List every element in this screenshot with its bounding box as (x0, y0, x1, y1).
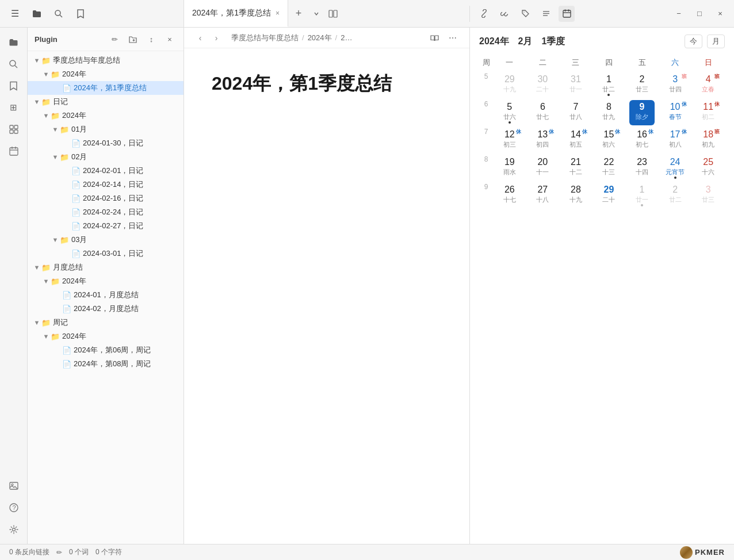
calendar-day[interactable]: 24元宵节 (659, 154, 692, 182)
tree-item-q1[interactable]: ▶ 📄 2024年，第1季度总结 (28, 81, 183, 95)
active-tab[interactable]: 2024年，第1季度总结 × (184, 0, 288, 27)
sort-button[interactable]: ↕ (144, 32, 158, 46)
more-options-button[interactable]: ⋯ (445, 30, 460, 45)
tab-close-button[interactable]: × (276, 9, 280, 17)
toggle-sidebar-button[interactable]: ☰ (7, 6, 23, 22)
calendar-day[interactable]: 31廿一 (559, 71, 592, 99)
calendar-day[interactable]: 30二十 (526, 71, 560, 99)
calendar-day[interactable]: 2廿二 (659, 182, 692, 209)
sidebar-item-grid[interactable] (4, 120, 24, 139)
calendar-day[interactable]: 班18初九 (691, 126, 725, 154)
breadcrumb-part1[interactable]: 季度总结与年度总结 (231, 33, 299, 43)
tree-item-d0201[interactable]: ▶ 📄 2024-02-01，日记 (28, 164, 183, 178)
calendar-day[interactable]: 22十三 (592, 154, 626, 182)
split-view-button[interactable] (324, 0, 342, 27)
sidebar-item-settings[interactable] (4, 520, 24, 539)
sidebar-item-help[interactable]: ? (4, 498, 24, 517)
sidebar-item-plugin[interactable]: ⊞ (4, 98, 24, 117)
tree-item-01m[interactable]: ▼ 📁 01月 (28, 122, 183, 136)
sidebar-item-folder[interactable] (4, 32, 24, 52)
forward-button[interactable]: › (209, 31, 223, 45)
tree-item-d0216[interactable]: ▶ 📄 2024-02-16，日记 (28, 191, 183, 205)
tab-dropdown-button[interactable] (309, 11, 324, 17)
calendar-day-today[interactable]: 9除夕 (625, 99, 659, 126)
tree-item-d0130[interactable]: ▶ 📄 2024-01-30，日记 (28, 136, 183, 150)
breadcrumb-part3[interactable]: 2… (341, 33, 352, 42)
calendar-today-button[interactable]: 今 (685, 34, 702, 48)
calendar-day[interactable]: 休17初八 (659, 126, 692, 154)
tree-item-diary[interactable]: ▼ 📁 日记 (28, 95, 183, 109)
tree-item-d0301[interactable]: ▶ 📄 2024-03-01，日记 (28, 247, 183, 260)
calendar-day[interactable]: 2廿三 (625, 71, 659, 99)
calendar-day[interactable]: 休10春节 (659, 99, 692, 126)
calendar-day[interactable]: 26十七 (493, 182, 526, 209)
calendar-day[interactable]: 29二十 (592, 182, 626, 209)
calendar-day[interactable]: 7廿八 (559, 99, 592, 126)
new-tab-button[interactable]: + (288, 0, 309, 27)
bookmark-button[interactable] (72, 6, 89, 22)
calendar-day[interactable]: 班3廿四 (659, 71, 692, 99)
folder-button[interactable] (29, 6, 45, 22)
tree-item-m01[interactable]: ▶ 📄 2024-01，月度总结 (28, 288, 183, 302)
outline-icon-button[interactable] (538, 6, 554, 22)
tree-item-seasonal[interactable]: ▼ 📁 季度总结与年度总结 (28, 53, 183, 67)
sidebar-item-image[interactable] (4, 476, 24, 496)
tree-item-02m[interactable]: ▼ 📁 02月 (28, 150, 183, 164)
calendar-day[interactable]: 班4立春 (691, 71, 725, 99)
calendar-day[interactable]: 休13初四 (526, 126, 560, 154)
calendar-day[interactable]: 19雨水 (493, 154, 526, 182)
back-button[interactable]: ‹ (193, 31, 207, 45)
new-folder-button[interactable] (126, 32, 140, 46)
reading-view-button[interactable] (427, 30, 442, 45)
close-button[interactable]: × (712, 6, 728, 22)
calendar-day[interactable]: 休16初七 (625, 126, 659, 154)
tree-item-2024b[interactable]: ▼ 📁 2024年 (28, 109, 183, 122)
tree-item-d0227[interactable]: ▶ 📄 2024-02-27，日记 (28, 219, 183, 233)
calendar-day[interactable]: 休12初三 (493, 126, 526, 154)
calendar-day[interactable]: 1廿一 (625, 182, 659, 209)
calendar-day[interactable]: 21十二 (559, 154, 592, 182)
minimize-button[interactable]: − (671, 6, 687, 22)
tree-item-w06[interactable]: ▶ 📄 2024年，第06周，周记 (28, 343, 183, 357)
calendar-day[interactable]: 1廿二 (592, 71, 626, 99)
maximize-button[interactable]: □ (691, 6, 708, 22)
sidebar-item-calendar[interactable] (4, 141, 24, 161)
calendar-day[interactable]: 20十一 (526, 154, 560, 182)
tag-icon-button[interactable] (517, 6, 533, 22)
calendar-day[interactable]: 8廿九 (592, 99, 626, 126)
calendar-day[interactable]: 休11初二 (691, 99, 725, 126)
tree-item-2024c[interactable]: ▼ 📁 2024年 (28, 274, 183, 288)
calendar-week-5: 5 29十九 30二十 31廿一 1廿二 (479, 71, 725, 99)
calendar-day[interactable]: 28十九 (559, 182, 592, 209)
calendar-day[interactable]: 27十八 (526, 182, 560, 209)
link-icon-button[interactable] (476, 6, 492, 22)
sidebar-item-search[interactable] (4, 54, 24, 74)
tree-item-weekly[interactable]: ▼ 📁 周记 (28, 316, 183, 329)
tree-item-m02[interactable]: ▶ 📄 2024-02，月度总结 (28, 302, 183, 316)
calendar-day[interactable]: 6廿七 (526, 99, 560, 126)
backlink-icon-button[interactable] (496, 6, 513, 22)
calendar-day[interactable]: 5廿六 (493, 99, 526, 126)
close-sidebar-button[interactable]: × (163, 32, 177, 46)
calendar-day[interactable]: 25十六 (691, 154, 725, 182)
calendar-day[interactable]: 休15初六 (592, 126, 626, 154)
tree-item-03m[interactable]: ▼ 📁 03月 (28, 233, 183, 247)
tree-item-d0214[interactable]: ▶ 📄 2024-02-14，日记 (28, 178, 183, 191)
calendar-day[interactable]: 29十九 (493, 71, 526, 99)
calendar-view-button[interactable]: 月 (707, 34, 725, 48)
tree-item-w08[interactable]: ▶ 📄 2024年，第08周，周记 (28, 357, 183, 371)
calendar-day[interactable]: 23十四 (625, 154, 659, 182)
breadcrumb-part2[interactable]: 2024年 (308, 33, 332, 43)
tree-item-monthly[interactable]: ▼ 📁 月度总结 (28, 260, 183, 274)
calendar-icon-button[interactable] (559, 6, 575, 22)
sidebar-item-bookmark[interactable] (4, 76, 24, 95)
calendar-day[interactable]: 3廿三 (691, 182, 725, 209)
search-button[interactable] (51, 6, 67, 22)
tree-item-2024d[interactable]: ▼ 📁 2024年 (28, 329, 183, 343)
content-body[interactable]: 2024年，第1季度总结 (184, 48, 469, 544)
tree-item-d0224[interactable]: ▶ 📄 2024-02-24，日记 (28, 205, 183, 219)
calendar-day[interactable]: 休14初五 (559, 126, 592, 154)
week-number: 6 (479, 99, 493, 126)
new-doc-button[interactable]: ✏ (108, 32, 121, 46)
tree-item-2024a[interactable]: ▼ 📁 2024年 (28, 67, 183, 81)
